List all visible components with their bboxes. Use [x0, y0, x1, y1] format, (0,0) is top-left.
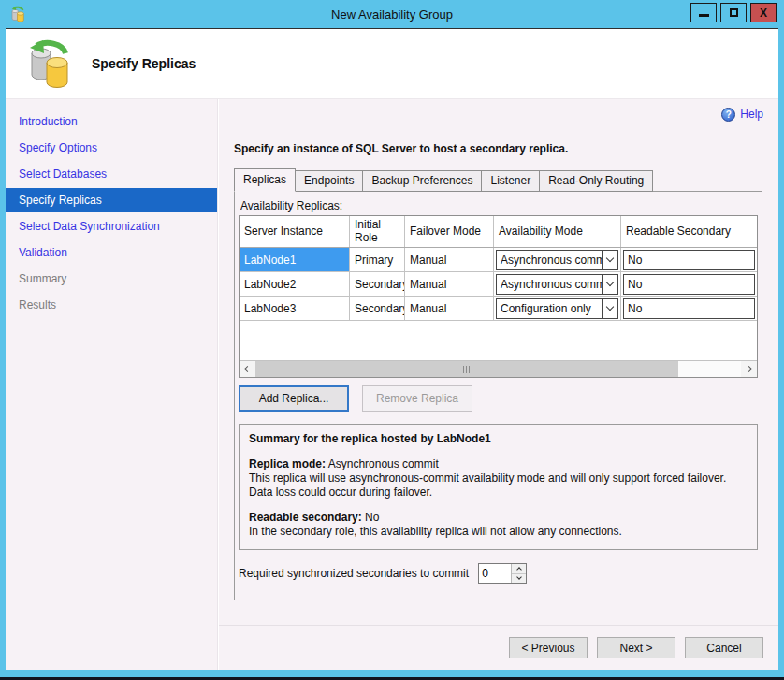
thumb-grip-icon	[463, 366, 464, 373]
chevron-right-icon	[746, 366, 752, 372]
chevron-down-icon	[606, 303, 614, 311]
scroll-left-button[interactable]	[240, 361, 255, 377]
cell-server-instance[interactable]: LabNode3	[240, 297, 350, 320]
minimize-icon	[699, 14, 709, 17]
readable-secondary-value: No	[624, 299, 754, 318]
wizard-footer: < Previous Next > Cancel	[219, 625, 778, 670]
maximize-icon	[730, 8, 738, 17]
column-header-readable-secondary[interactable]: Readable Secondary	[621, 216, 757, 247]
readable-secondary-label: Readable secondary:	[249, 511, 362, 524]
readable-secondary-dropdown[interactable]: No	[623, 274, 755, 295]
quorum-row: Required synchronized secondaries to com…	[239, 563, 758, 584]
sidebar-item-specify-options[interactable]: Specify Options	[6, 135, 217, 161]
summary-title: Summary for the replica hosted by LabNod…	[249, 432, 748, 446]
replica-mode-value: Asynchronous commit	[328, 457, 439, 470]
help-link[interactable]: ? Help	[721, 108, 763, 122]
sidebar-item-results[interactable]: Results	[6, 292, 217, 318]
readable-secondary-value: No	[624, 251, 754, 269]
readable-secondary-value: No	[624, 275, 754, 294]
sidebar-item-summary[interactable]: Summary	[6, 266, 217, 292]
dropdown-button[interactable]	[602, 275, 617, 294]
add-replica-button[interactable]: Add Replica...	[239, 385, 349, 412]
tab-read-only-routing[interactable]: Read-Only Routing	[539, 170, 653, 192]
scrollbar-track[interactable]	[255, 361, 741, 377]
sidebar-item-select-data-synchronization[interactable]: Select Data Synchronization	[6, 213, 217, 239]
maximize-button[interactable]	[720, 3, 747, 22]
replica-buttons-row: Add Replica... Remove Replica	[239, 385, 758, 412]
cell-server-instance[interactable]: LabNode1	[240, 248, 350, 271]
cell-failover-mode[interactable]: Manual	[405, 272, 494, 296]
secondaries-to-commit-input[interactable]	[479, 564, 511, 583]
thumb-grip-icon	[469, 366, 470, 373]
chevron-up-icon	[516, 567, 522, 572]
cell-initial-role[interactable]: Secondary	[350, 297, 405, 320]
help-label: Help	[740, 108, 763, 121]
sidebar-item-validation[interactable]: Validation	[6, 239, 217, 266]
new-availability-group-window: New Availability Group X Specify Replica…	[0, 0, 784, 680]
cell-failover-mode[interactable]: Manual	[405, 248, 494, 271]
tab-backup-preferences[interactable]: Backup Preferences	[362, 170, 481, 192]
scrollbar-thumb[interactable]	[255, 361, 678, 377]
readable-secondary-dropdown[interactable]: No	[623, 298, 755, 319]
sidebar-item-specify-replicas[interactable]: Specify Replicas	[6, 188, 217, 212]
cell-initial-role[interactable]: Secondary	[350, 272, 405, 296]
thumb-grip-icon	[466, 366, 467, 373]
tab-replicas[interactable]: Replicas	[234, 168, 296, 192]
sidebar-item-select-databases[interactable]: Select Databases	[6, 161, 217, 187]
column-header-initial-role[interactable]: Initial Role	[350, 216, 405, 247]
chevron-down-icon	[516, 574, 522, 580]
cell-readable-secondary: No	[621, 297, 757, 320]
grid-empty-area	[240, 321, 757, 360]
availability-replicas-label: Availability Replicas:	[240, 199, 758, 212]
spinner-down-button[interactable]	[512, 574, 526, 584]
minimize-button[interactable]	[690, 3, 717, 22]
cell-availability-mode: Asynchronous commit	[494, 272, 621, 296]
readable-secondary-value: No	[365, 511, 379, 524]
wizard-body: Introduction Specify Options Select Data…	[6, 99, 778, 670]
chevron-down-icon	[606, 254, 614, 262]
next-button[interactable]: Next >	[597, 637, 675, 658]
table-row-labnode2: LabNode2 Secondary Manual Asynchronous c…	[240, 272, 757, 297]
replica-mode-line: Replica mode: Asynchronous commit	[249, 457, 748, 471]
column-header-failover-mode[interactable]: Failover Mode	[405, 216, 494, 247]
page-title: Specify Replicas	[92, 56, 196, 71]
horizontal-scrollbar	[240, 360, 757, 377]
readable-secondary-dropdown[interactable]: No	[623, 250, 755, 270]
title-bar[interactable]: New Availability Group X	[0, 0, 784, 28]
table-row-labnode3: LabNode3 Secondary Manual Configuration …	[240, 297, 757, 321]
sidebar-item-introduction[interactable]: Introduction	[6, 109, 217, 135]
cancel-button[interactable]: Cancel	[685, 637, 763, 658]
availability-replicas-grid: Server Instance Initial Role Failover Mo…	[239, 215, 758, 378]
previous-button[interactable]: < Previous	[509, 637, 588, 658]
remove-replica-button[interactable]: Remove Replica	[362, 385, 472, 412]
availability-mode-value: Asynchronous commit	[497, 275, 602, 294]
chevron-left-icon	[244, 366, 251, 372]
column-header-server-instance[interactable]: Server Instance	[240, 216, 350, 247]
cell-server-instance[interactable]: LabNode2	[240, 272, 350, 296]
tab-endpoints[interactable]: Endpoints	[296, 170, 362, 192]
dropdown-button[interactable]	[602, 299, 617, 318]
wizard-steps-sidebar: Introduction Specify Options Select Data…	[6, 99, 218, 670]
availability-mode-dropdown[interactable]: Configuration only	[496, 298, 618, 319]
cell-failover-mode[interactable]: Manual	[405, 297, 494, 320]
chevron-down-icon	[606, 279, 614, 286]
close-icon: X	[760, 7, 767, 20]
spinner-up-button[interactable]	[512, 564, 526, 574]
dropdown-button[interactable]	[602, 251, 617, 269]
cell-initial-role[interactable]: Primary	[350, 248, 405, 271]
spinner-buttons	[511, 564, 526, 583]
close-button[interactable]: X	[750, 3, 777, 22]
column-header-availability-mode[interactable]: Availability Mode	[494, 216, 621, 247]
cell-availability-mode: Asynchronous commit	[494, 248, 621, 271]
readable-secondary-line: Readable secondary: No	[249, 511, 748, 525]
help-icon: ?	[721, 108, 735, 122]
availability-mode-dropdown[interactable]: Asynchronous commit	[496, 274, 618, 295]
availability-mode-dropdown[interactable]: Asynchronous commit	[496, 250, 618, 270]
cell-readable-secondary: No	[621, 272, 757, 296]
tab-listener[interactable]: Listener	[481, 170, 539, 192]
secondaries-to-commit-label: Required synchronized secondaries to com…	[239, 567, 469, 580]
scroll-right-button[interactable]	[741, 361, 757, 377]
content-column: ? Help Specify an instance of SQL Server…	[218, 99, 778, 670]
instruction-text: Specify an instance of SQL Server to hos…	[234, 142, 763, 155]
wizard-header: Specify Replicas	[6, 29, 778, 99]
